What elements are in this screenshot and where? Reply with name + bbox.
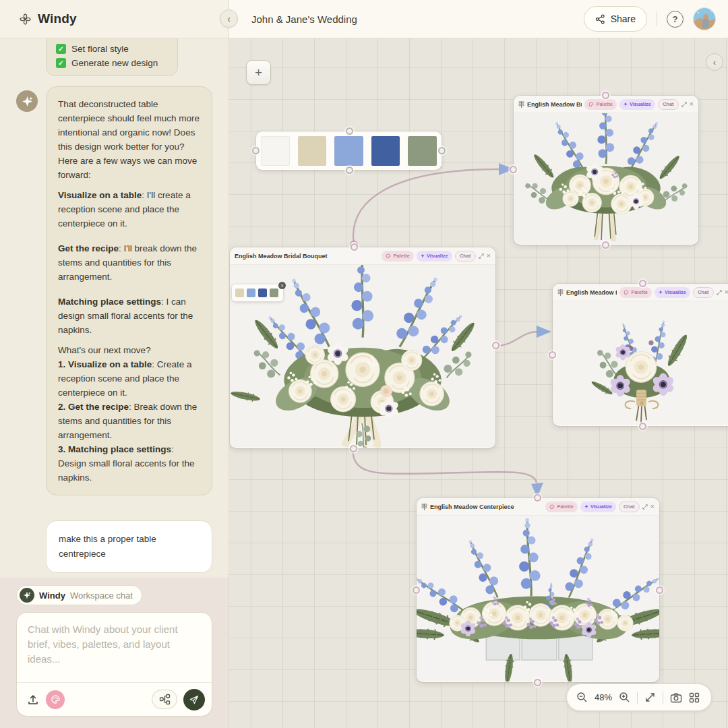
upload-button[interactable] [26,693,40,706]
sparkles-icon: ✦ [584,504,588,510]
page-title: John & Jane's Wedding [251,13,357,25]
card-bridal-bouquet[interactable]: English Meadow Bridal Bouquet Palette ✦V… [230,247,495,448]
assistant-message: That deconstructed table centerpiece sho… [46,86,212,495]
main-header: John & Jane's Wedding Share ? [229,0,728,38]
resize-handle-bottom[interactable] [346,166,353,174]
chat-composer [16,612,212,717]
color-swatch[interactable] [270,289,278,297]
node-handle-left[interactable] [510,166,517,173]
bridesmaid-bouquet-image[interactable] [514,113,698,244]
expand-icon[interactable] [642,504,648,510]
resize-handle-top[interactable] [346,127,353,135]
brand: Windy [19,11,77,26]
layout-grid-button[interactable] [689,692,700,703]
visualize-button[interactable]: ✦Visualize [580,502,616,512]
node-handle-top[interactable] [602,92,609,99]
screenshot-button[interactable] [670,692,682,703]
palette-button[interactable]: Palette [584,99,617,110]
checklist-item: ✓ Set floral style [56,42,168,56]
boutonniere-image[interactable] [553,301,728,425]
share-button[interactable]: Share [584,6,647,32]
expand-icon[interactable] [479,253,484,259]
header-divider [657,11,657,26]
card-centerpiece[interactable]: English Meadow Centerpiece Palette ✦Visu… [417,498,659,682]
color-swatch[interactable] [334,136,363,166]
checklist-item: ✓ Generate new design [56,56,168,70]
close-icon[interactable]: × [278,282,286,289]
message-paragraph: 1. Visualize on a table: Create a recept… [58,357,200,400]
node-handle-bottom[interactable] [602,241,609,249]
palette-button[interactable]: Palette [382,251,414,262]
chat-button[interactable]: Chat [658,99,679,110]
node-handle-bottom[interactable] [350,445,357,452]
resize-handle-right[interactable] [438,147,446,154]
node-handle-top[interactable] [534,494,541,502]
color-swatch[interactable] [247,289,255,297]
toolbar-divider [637,692,638,704]
node-handle-left[interactable] [549,351,556,359]
node-handle-right[interactable] [656,586,663,594]
workflow-button[interactable] [152,690,177,709]
windy-sparkle-icon [20,588,34,603]
sparkles-icon: ✦ [624,102,628,107]
checklist-card: ✓ Set floral style ✓ Generate new design [46,38,178,76]
zoom-level[interactable]: 48% [595,692,612,702]
node-handle-top[interactable] [639,280,646,287]
bridal-bouquet-image[interactable]: × [230,265,495,448]
message-paragraph: Here are a few ways we can move forward: [58,154,200,182]
palette-icon [588,102,594,107]
fit-view-button[interactable] [644,692,656,703]
visualize-button[interactable]: ✦Visualize [417,251,452,262]
palette-mode-button[interactable] [46,690,65,709]
upload-icon [26,693,40,706]
close-icon[interactable]: × [650,503,655,510]
palette-button[interactable]: Palette [545,502,578,512]
design-canvas[interactable]: + ‹ [229,38,728,728]
user-avatar[interactable] [693,7,716,30]
color-swatch[interactable] [298,136,327,166]
palette-button[interactable]: Palette [619,287,652,298]
zoom-in-button[interactable] [619,692,630,703]
brand-name: Windy [38,11,77,26]
assistant-avatar [16,90,38,112]
palette-icon [51,694,61,704]
send-button[interactable] [183,689,205,710]
mini-palette-widget[interactable]: × [232,284,283,301]
node-handle-right[interactable] [492,342,499,349]
close-icon[interactable]: × [725,289,728,296]
collapse-right-panel-button[interactable]: ‹ [706,53,723,71]
node-handle-bottom[interactable] [534,679,541,686]
visualize-button[interactable]: ✦Visualize [655,287,690,298]
chat-button[interactable]: Chat [455,251,476,262]
close-icon[interactable]: × [487,252,491,260]
centerpiece-image[interactable] [417,516,659,681]
card-boutonniere[interactable]: English Meadow Boutonni Palette ✦Visuali… [553,284,728,426]
collapse-sidebar-button[interactable]: ‹ [220,9,238,28]
help-button[interactable]: ? [667,11,684,28]
color-swatch[interactable] [261,136,290,166]
color-swatch[interactable] [408,136,437,166]
expand-icon[interactable] [717,290,722,295]
palette-strip-card[interactable] [256,131,442,170]
resize-handle-left[interactable] [252,147,260,154]
chat-input[interactable] [17,613,212,682]
color-swatch[interactable] [258,289,267,297]
node-graph-icon [159,694,171,705]
close-icon[interactable]: × [690,100,694,108]
color-swatch[interactable] [371,136,400,166]
color-swatch[interactable] [235,289,244,297]
card-bridesmaid[interactable]: English Meadow Bridesmai Palette ✦Visual… [514,96,698,245]
node-handle-top[interactable] [351,243,358,251]
expand-icon[interactable] [681,102,687,107]
zoom-out-button[interactable] [576,692,588,703]
share-nodes-icon [595,14,605,24]
message-paragraph: 2. Get the recipe: Break down the stems … [58,400,200,442]
node-handle-left[interactable] [413,586,420,594]
add-node-button[interactable]: + [246,60,271,85]
node-handle-bottom[interactable] [639,423,646,430]
sprig-icon [518,100,524,109]
visualize-button[interactable]: ✦Visualize [619,99,655,110]
workspace-chat-chip[interactable]: Windy Workspace chat [16,585,142,605]
chat-button[interactable]: Chat [693,287,714,298]
chat-button[interactable]: Chat [619,502,640,512]
